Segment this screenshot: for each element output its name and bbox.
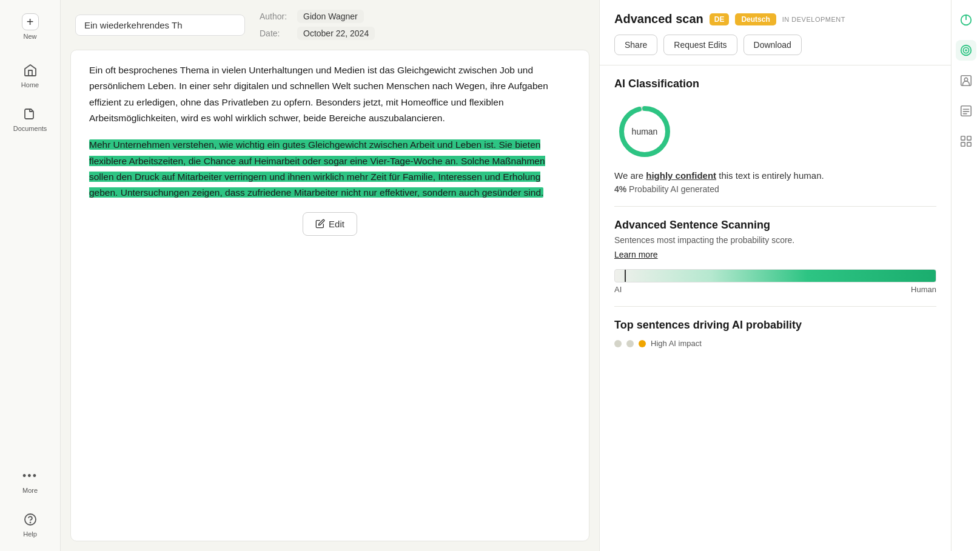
doc-body: Ein oft besprochenes Thema in vielen Unt…	[70, 50, 589, 541]
svg-rect-10	[961, 106, 971, 116]
panel-title-row: Advanced scan DE Deutsch IN DEVELOPMENT	[614, 12, 936, 26]
right-panel: Advanced scan DE Deutsch IN DEVELOPMENT …	[599, 0, 951, 551]
edit-button[interactable]: Edit	[303, 212, 357, 236]
svg-point-7	[965, 49, 967, 52]
panel-title: Advanced scan	[614, 12, 703, 26]
paragraph-2: Mehr Unternehmen verstehen, wie wichtig …	[89, 137, 571, 201]
sidebar-item-new[interactable]: + New	[5, 7, 56, 46]
doc-title-input[interactable]	[75, 15, 245, 36]
documents-icon	[22, 105, 39, 122]
classification-title: AI Classification	[614, 78, 936, 90]
sidebar-item-documents-label: Documents	[13, 125, 47, 132]
doc-meta: Author: Gidon Wagner Date: October 22, 2…	[260, 10, 375, 40]
svg-rect-16	[961, 142, 964, 146]
panel-header: Advanced scan DE Deutsch IN DEVELOPMENT …	[600, 0, 951, 65]
doc-author-row: Author: Gidon Wagner	[260, 10, 375, 23]
author-label: Author:	[260, 12, 292, 21]
sidebar-item-more[interactable]: ••• More	[5, 461, 56, 500]
lang-code-badge: DE	[710, 13, 730, 25]
dot-low	[614, 340, 622, 347]
chart-container: human We are highly confident this text …	[614, 101, 936, 194]
main-content: Author: Gidon Wagner Date: October 22, 2…	[61, 0, 599, 551]
share-button[interactable]: Share	[614, 35, 657, 55]
probability-percent: 4%	[614, 184, 626, 194]
side-icons-panel	[951, 0, 980, 551]
lang-name-badge: Deutsch	[735, 13, 776, 25]
author-value: Gidon Wagner	[297, 10, 364, 23]
sidebar-item-more-label: More	[22, 487, 38, 494]
sidebar-item-documents[interactable]: Documents	[5, 99, 56, 138]
gradient-bar	[614, 269, 936, 282]
date-label: Date:	[260, 28, 292, 38]
sidebar: + New Home Documents ••• More	[0, 0, 61, 551]
panel-body: AI Classification human We are highly co…	[600, 65, 951, 551]
plus-icon: +	[22, 13, 39, 30]
svg-point-1	[30, 523, 30, 523]
edit-label: Edit	[329, 219, 344, 229]
adv-scan-sub: Sentences most impacting the probability…	[614, 235, 936, 245]
divider-2	[614, 306, 936, 307]
edit-icon	[315, 219, 325, 229]
bar-marker	[625, 270, 626, 282]
donut-label: human	[632, 127, 658, 136]
sidebar-item-new-label: New	[23, 33, 36, 40]
side-icon-document[interactable]	[956, 70, 976, 91]
svg-rect-17	[967, 142, 970, 146]
bar-label-ai: AI	[614, 285, 622, 294]
sidebar-item-home[interactable]: Home	[5, 56, 56, 95]
impact-legend: High AI impact	[614, 339, 936, 348]
donut-chart: human	[614, 101, 675, 162]
top-sentences-section: Top sentences driving AI probability Hig…	[614, 319, 936, 348]
help-icon	[22, 511, 39, 528]
dot-high	[639, 340, 646, 347]
panel-actions: Share Request Edits Download	[614, 35, 936, 55]
paragraph-1: Ein oft besprochenes Thema in vielen Unt…	[89, 62, 571, 126]
adv-scan-section: Advanced Sentence Scanning Sentences mos…	[614, 219, 936, 294]
probability-text: 4% Probability AI generated	[614, 184, 719, 194]
side-icon-grid[interactable]	[956, 131, 976, 152]
svg-rect-14	[961, 136, 964, 140]
doc-header: Author: Gidon Wagner Date: October 22, 2…	[61, 0, 599, 50]
gradient-bar-wrap: AI Human	[614, 269, 936, 294]
highlighted-text: Mehr Unternehmen verstehen, wie wichtig …	[89, 139, 545, 198]
sidebar-item-help-label: Help	[23, 530, 37, 538]
dot-mid	[626, 340, 634, 347]
document-area: Author: Gidon Wagner Date: October 22, 2…	[61, 0, 599, 551]
date-value: October 22, 2024	[297, 27, 375, 40]
confidence-bold: highly confident	[646, 170, 716, 181]
doc-date-row: Date: October 22, 2024	[260, 27, 375, 40]
learn-more-link[interactable]: Learn more	[614, 250, 658, 259]
request-edits-button[interactable]: Request Edits	[663, 35, 737, 55]
bar-label-human: Human	[911, 285, 936, 294]
side-icon-circle[interactable]	[956, 10, 976, 30]
download-button[interactable]: Download	[743, 35, 802, 55]
divider-1	[614, 206, 936, 207]
side-icon-lines[interactable]	[956, 101, 976, 121]
impact-label: High AI impact	[651, 339, 702, 348]
home-icon	[22, 62, 39, 79]
top-sentences-title: Top sentences driving AI probability	[614, 319, 936, 332]
bar-labels: AI Human	[614, 285, 936, 294]
ai-classification-section: AI Classification human We are highly co…	[614, 78, 936, 194]
svg-rect-15	[967, 136, 970, 140]
sidebar-item-help[interactable]: Help	[5, 505, 56, 544]
more-icon: •••	[22, 467, 39, 484]
adv-scan-title: Advanced Sentence Scanning	[614, 219, 936, 232]
dev-badge: IN DEVELOPMENT	[782, 16, 845, 23]
sidebar-item-home-label: Home	[21, 81, 39, 88]
side-icon-scan[interactable]	[956, 40, 976, 61]
confidence-text: We are highly confident this text is ent…	[614, 170, 824, 181]
